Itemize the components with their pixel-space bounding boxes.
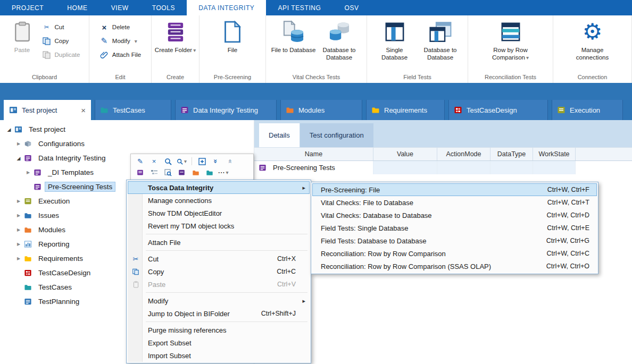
expand-arrow-icon[interactable]: ◢ (5, 127, 13, 132)
menu-api-testing[interactable]: API TESTING (266, 0, 332, 15)
collapse-arrow-icon[interactable]: ▶ (15, 227, 22, 232)
dropdown-caret-icon: ▾ (226, 170, 228, 175)
context-menu: Tosca Data Integrity ▸ Manage connection… (126, 180, 311, 363)
gear-icon: ⚙ (583, 19, 603, 45)
manage-connections-button[interactable]: ⚙ Manage connections (566, 17, 619, 71)
collapse-arrow-icon[interactable]: ▶ (15, 256, 22, 261)
menu-item-tosca-data-integrity[interactable]: Tosca Data Integrity ▸ (128, 181, 310, 194)
collapse-arrow-icon[interactable]: ▶ (15, 141, 22, 146)
paste-button[interactable]: Paste (6, 17, 39, 71)
menu-project[interactable]: PROJECT (0, 0, 55, 15)
tree-item-test-project[interactable]: ◢ Test project (0, 122, 254, 137)
tab-test-project[interactable]: Test project × (4, 100, 91, 120)
menu-home[interactable]: HOME (55, 0, 99, 15)
menu-item-cut[interactable]: ✂ Cut Ctrl+X (128, 252, 310, 265)
tree-item-configurations[interactable]: ▶ Configurations (0, 137, 254, 151)
menu-separator (146, 321, 307, 322)
menu-osv[interactable]: OSV (333, 0, 371, 15)
menu-item-attach-file[interactable]: Attach File (128, 236, 310, 249)
menu-item-revert-tdm-object-locks[interactable]: Revert my TDM object locks (128, 219, 310, 232)
submenu-item-pre-screening-file[interactable]: Pre-Screening: File Ctrl+W, Ctrl+F (312, 183, 597, 196)
menu-separator (146, 292, 307, 293)
table-row[interactable]: Pre-Screening Tests (254, 161, 632, 174)
more-button[interactable]: ⋯▾ (217, 167, 229, 178)
menu-item-jump-to-object-in-bifolder[interactable]: Jump to Object in BIFolder Ctrl+Shift+J (128, 307, 310, 320)
tosca-window: PROJECT HOME VIEW TOOLS DATA INTEGRITY A… (0, 0, 632, 364)
tab-data-integrity-testing[interactable]: Data Integrity Testing (175, 100, 277, 120)
tree-view-button[interactable] (148, 167, 160, 178)
tab-execution[interactable]: Execution (552, 100, 623, 120)
expand-arrow-icon[interactable]: ◢ (15, 156, 22, 161)
search-button[interactable] (162, 156, 174, 167)
tab-details[interactable]: Details (259, 123, 300, 147)
modify-button[interactable]: ✎ Modify ▾ (96, 35, 144, 47)
menu-tools[interactable]: TOOLS (140, 0, 187, 15)
copy-button[interactable]: Copy (39, 35, 84, 47)
reporting-icon (24, 240, 32, 248)
group-label-edit: Edit (89, 71, 151, 83)
edit-button[interactable]: ✎ (134, 156, 146, 167)
ribbon-group-reconciliation: Row by Row Comparison▾ Reconciliation Te… (468, 15, 553, 83)
file-to-database-button[interactable]: File to Database (271, 17, 317, 71)
column-header-datatype[interactable]: DataType (490, 148, 533, 160)
testcases-folder-button[interactable] (203, 167, 215, 178)
column-header-value[interactable]: Value (373, 148, 437, 160)
modules-folder-button[interactable] (189, 167, 202, 178)
object-search-button[interactable] (162, 167, 174, 178)
submenu-item-vital-checks-database-to-database[interactable]: Vital Checks: Database to Database Ctrl+… (312, 209, 597, 222)
menu-item-import-subset[interactable]: Import Subset (128, 349, 310, 362)
duplicate-button[interactable]: Duplicate (39, 49, 84, 61)
collapse-arrow-icon[interactable]: ▶ (15, 199, 22, 204)
close-tab-icon[interactable]: × (81, 106, 86, 114)
menu-item-modify[interactable]: Modify ▸ (128, 294, 310, 307)
modules-icon (286, 106, 294, 114)
menu-item-export-subset[interactable]: Export Subset (128, 336, 310, 349)
create-folder-button[interactable]: Create Folder▾ (154, 17, 197, 71)
submenu-item-reconciliation-row-by-row[interactable]: Reconciliation: Row by Row Comparison Ct… (312, 247, 597, 260)
configurations-icon (24, 140, 32, 148)
template-folder-button[interactable] (176, 167, 188, 178)
column-header-name[interactable]: Name (254, 148, 373, 160)
submenu-item-vital-checks-file-to-database[interactable]: Vital Checks: File to Database Ctrl+W, C… (312, 196, 597, 209)
collapse-arrow-icon[interactable]: ▶ (24, 170, 32, 175)
column-header-workstate[interactable]: WorkState (533, 148, 576, 160)
menu-view[interactable]: VIEW (99, 0, 140, 15)
tab-testcasedesign[interactable]: TestCaseDesign (448, 100, 548, 120)
delete-button[interactable]: × (148, 156, 160, 167)
tab-test-configuration[interactable]: Test configuration (300, 123, 373, 147)
group-label-field-tests: Field Tests (367, 71, 468, 83)
add-button[interactable] (196, 156, 208, 167)
menu-item-paste[interactable]: Paste Ctrl+V (128, 278, 310, 291)
ribbon-group-pre-screening: File Pre-Screening (199, 15, 266, 83)
cut-button[interactable]: ✂ Cut (39, 21, 84, 33)
submenu-item-reconciliation-row-by-row-ssas-olap[interactable]: Reconciliation: Row by Row Comparison (S… (312, 260, 597, 273)
pre-screening-file-button[interactable]: File (210, 17, 255, 71)
attach-file-button[interactable]: Attach File (96, 49, 144, 61)
menu-data-integrity[interactable]: DATA INTEGRITY (187, 0, 266, 15)
collapse-arrow-icon[interactable]: ▶ (15, 242, 22, 247)
column-header-actionmode[interactable]: ActionMode (437, 148, 490, 160)
field-database-to-database-button[interactable]: Database to Database (418, 17, 463, 71)
tab-modules[interactable]: Modules (280, 100, 362, 120)
menu-separator (146, 250, 307, 251)
menu-item-purge-missing-references[interactable]: Purge missing references (128, 324, 310, 336)
search-dropdown-button[interactable]: ▾ (176, 156, 188, 167)
menu-item-manage-connections[interactable]: Manage connections (128, 194, 310, 207)
menu-item-show-tdm-objecteditor[interactable]: Show TDM ObjectEditor (128, 207, 310, 219)
di-folder-button[interactable] (134, 167, 146, 178)
ribbon-group-vital-checks: File to Database Database to Database Vi… (266, 15, 367, 83)
collapse-arrow-icon[interactable]: ▶ (15, 213, 22, 218)
tab-requirements[interactable]: Requirements (366, 100, 445, 120)
tab-testcases[interactable]: TestCases (95, 100, 171, 120)
dropdown-caret-icon: ▾ (193, 47, 196, 53)
database-to-database-button[interactable]: Database to Database (317, 17, 362, 71)
expand-all-button[interactable]: » (210, 156, 222, 167)
menu-item-copy[interactable]: Copy Ctrl+C (128, 265, 310, 278)
submenu-item-field-tests-single-database[interactable]: Field Tests: Single Database Ctrl+W, Ctr… (312, 222, 597, 234)
delete-button[interactable]: × Delete (96, 21, 144, 33)
row-datatype-cell (490, 161, 533, 174)
single-database-button[interactable]: Single Database (372, 17, 418, 71)
collapse-all-button[interactable]: » (223, 156, 236, 167)
submenu-item-field-tests-database-to-database[interactable]: Field Tests: Database to Database Ctrl+W… (312, 234, 597, 247)
row-by-row-comparison-button[interactable]: Row by Row Comparison▾ (481, 17, 540, 71)
